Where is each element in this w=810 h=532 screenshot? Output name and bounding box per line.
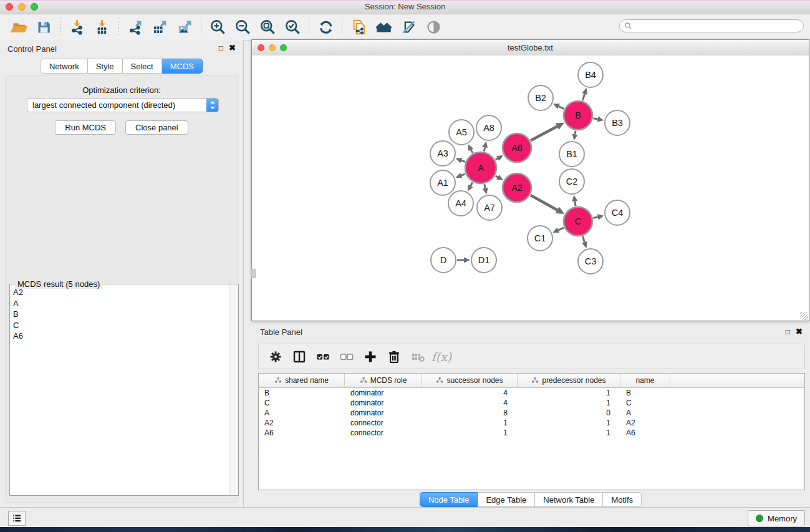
- edge-B-B1[interactable]: [575, 131, 576, 135]
- show-columns-icon[interactable]: [287, 347, 311, 367]
- column-header-successor-nodes[interactable]: successor nodes: [422, 374, 518, 387]
- cell: C: [259, 399, 345, 407]
- shared-column-icon: [360, 377, 367, 384]
- task-history-button[interactable]: [8, 511, 26, 526]
- edge-B-B3[interactable]: [594, 118, 598, 119]
- tab-style[interactable]: Style: [88, 59, 123, 74]
- table-tab-motifs[interactable]: Motifs: [603, 492, 642, 507]
- column-header-MCDS-role[interactable]: MCDS role: [345, 374, 422, 387]
- result-scrollbar[interactable]: [229, 284, 238, 495]
- delete-column-icon[interactable]: [382, 347, 406, 367]
- memory-button[interactable]: Memory: [748, 510, 805, 526]
- mcds-result-item[interactable]: C: [10, 320, 229, 331]
- deselect-all-icon[interactable]: [335, 347, 359, 367]
- edge-A2-C[interactable]: [531, 195, 557, 210]
- zoom-in-icon[interactable]: [205, 17, 230, 37]
- edge-A-A6[interactable]: [496, 158, 498, 160]
- close-table-panel-icon[interactable]: ✖: [796, 327, 803, 336]
- float-panel-icon[interactable]: □: [219, 44, 223, 52]
- mcds-result-item[interactable]: B: [10, 309, 229, 320]
- run-mcds-button[interactable]: Run MCDS: [55, 120, 116, 135]
- table-row[interactable]: Adominator80A: [259, 408, 804, 418]
- table-panel-title: Table Panel: [260, 327, 302, 337]
- mcds-result-item[interactable]: A2: [10, 287, 229, 298]
- hide-labels-icon[interactable]: [396, 17, 421, 37]
- table-tab-network-table[interactable]: Network Table: [535, 492, 603, 507]
- edge-A6-B[interactable]: [531, 127, 557, 140]
- table-row[interactable]: Bdominator41B: [259, 388, 804, 398]
- close-panel-icon[interactable]: ✖: [229, 44, 236, 52]
- float-table-panel-icon[interactable]: □: [786, 327, 790, 336]
- edge-B-B4[interactable]: [582, 94, 584, 101]
- resize-grip[interactable]: [800, 312, 808, 320]
- cell: 1: [422, 428, 518, 437]
- titlebar[interactable]: Session: New Session: [0, 0, 810, 14]
- toolbar-separator: [118, 18, 118, 37]
- open-session-icon[interactable]: [6, 17, 31, 37]
- select-all-icon[interactable]: [311, 347, 335, 367]
- export-table-icon[interactable]: [147, 17, 172, 37]
- zoom-out-icon[interactable]: [230, 17, 255, 37]
- edge-B-B2[interactable]: [559, 107, 564, 109]
- edge-C-C2[interactable]: [575, 201, 576, 206]
- tab-select[interactable]: Select: [123, 59, 162, 74]
- table-toolbar: f(x): [258, 344, 805, 369]
- shared-column-icon: [531, 377, 539, 384]
- import-network-icon[interactable]: [64, 17, 89, 37]
- memory-label: Memory: [768, 514, 797, 523]
- node-label: A2: [511, 183, 523, 193]
- edge-A-A5[interactable]: [471, 150, 473, 153]
- edge-A-A3[interactable]: [461, 160, 465, 162]
- table-settings-icon[interactable]: [264, 347, 287, 367]
- edge-A-A4[interactable]: [471, 183, 473, 186]
- network-window-titlebar[interactable]: testGlobe.txt: [252, 40, 809, 56]
- arrowhead-icon: [582, 88, 587, 95]
- edge-C-C1[interactable]: [558, 228, 564, 230]
- search-input[interactable]: [619, 19, 804, 32]
- node-label: A7: [484, 203, 495, 213]
- save-session-icon[interactable]: [31, 17, 56, 37]
- zoom-selected-icon[interactable]: [280, 17, 305, 37]
- column-header-shared-name[interactable]: shared name: [259, 374, 345, 387]
- table-row[interactable]: Cdominator41C: [259, 398, 804, 408]
- table-row[interactable]: A6connector11A6: [259, 428, 804, 438]
- close-panel-button[interactable]: Close panel: [125, 120, 188, 135]
- tab-network[interactable]: Network: [41, 59, 88, 74]
- column-header-predecessor-nodes[interactable]: predecessor nodes: [518, 374, 620, 387]
- node-label: A: [478, 163, 484, 173]
- export-network-icon[interactable]: [122, 17, 147, 37]
- network-canvas[interactable]: B4B2BB3A5A8A6A3B1AC2A1A2A4A7C4CC1C3DD1: [252, 56, 809, 321]
- node-label: B: [575, 110, 581, 120]
- edge-A-A2[interactable]: [496, 176, 498, 177]
- node-label: C4: [612, 208, 624, 218]
- mcds-result-item[interactable]: A: [10, 298, 229, 309]
- edge-C-C4[interactable]: [593, 217, 597, 218]
- column-header-label: name: [635, 376, 654, 385]
- edge-A-A7[interactable]: [485, 184, 485, 188]
- import-table-icon[interactable]: [89, 17, 114, 37]
- frame-scroll-thumb[interactable]: [251, 269, 256, 278]
- table-row[interactable]: A2connector11A2: [259, 418, 804, 428]
- home-icon[interactable]: [371, 17, 396, 37]
- add-column-icon[interactable]: [359, 347, 382, 367]
- criterion-dropdown[interactable]: largest connected component (directed): [27, 98, 219, 112]
- edge-A-A1[interactable]: [461, 174, 465, 175]
- arrowhead-icon: [572, 195, 577, 202]
- cell: 1: [518, 418, 620, 427]
- show-graphics-icon[interactable]: [421, 17, 446, 37]
- mcds-result-item[interactable]: A6: [10, 331, 229, 342]
- edge-A-A8[interactable]: [484, 147, 485, 151]
- edge-C-C3[interactable]: [582, 236, 584, 243]
- copy-network-icon[interactable]: [346, 17, 371, 37]
- refresh-icon[interactable]: [313, 17, 338, 37]
- column-header-name[interactable]: name: [620, 374, 670, 387]
- table-tab-edge-table[interactable]: Edge Table: [478, 492, 535, 507]
- cell: 0: [518, 409, 620, 417]
- memory-status-icon: [756, 515, 763, 522]
- table-tab-node-table[interactable]: Node Table: [420, 492, 478, 507]
- zoom-fit-icon[interactable]: [255, 17, 280, 37]
- arrowhead-icon: [456, 158, 463, 163]
- node-label: A1: [437, 178, 448, 188]
- export-image-icon[interactable]: [172, 17, 197, 37]
- tab-mcds[interactable]: MCDS: [162, 59, 203, 74]
